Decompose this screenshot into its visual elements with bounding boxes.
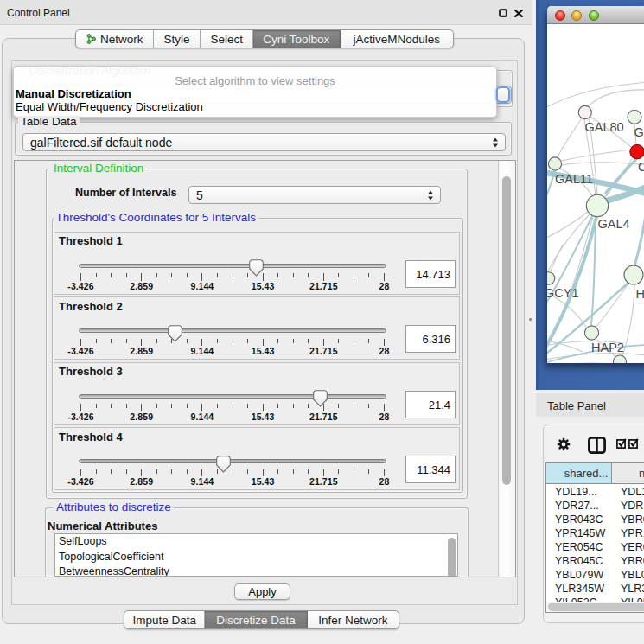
svg-text:GCY1: GCY1 [547,286,579,300]
svg-text:GAL80: GAL80 [585,120,624,134]
svg-text:HAP2: HAP2 [591,341,624,354]
svg-text:H: H [636,287,644,301]
svg-text:GAL4: GAL4 [598,217,630,231]
svg-text:GAL11: GAL11 [555,172,593,186]
svg-text:C: C [638,160,644,174]
svg-text:GA: GA [634,125,644,139]
